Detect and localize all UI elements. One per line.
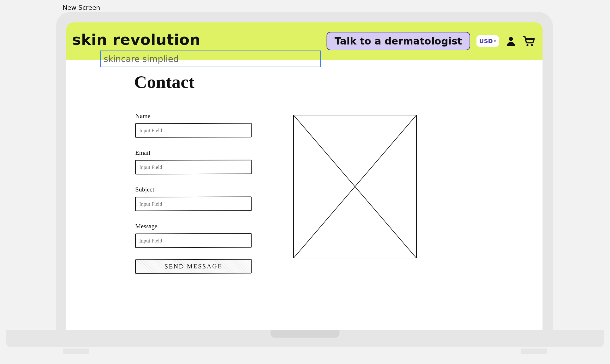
name-label: Name (135, 112, 259, 120)
subject-input[interactable] (135, 196, 252, 211)
cart-button[interactable] (523, 35, 536, 47)
talk-to-dermatologist-button[interactable]: Talk to a dermatologist (327, 32, 470, 50)
screen-label: New Screen (63, 4, 100, 11)
email-label: Email (135, 149, 259, 156)
send-message-button[interactable]: SEND MESSAGE (135, 259, 252, 274)
brand-logo-text: skin revolution (72, 32, 200, 47)
person-icon (505, 35, 517, 47)
laptop-foot-left (63, 348, 89, 354)
email-input[interactable] (135, 160, 252, 174)
svg-point-3 (531, 44, 533, 46)
name-input[interactable] (135, 123, 252, 138)
currency-selector[interactable]: USD ▾ (476, 35, 499, 47)
site-header: skin revolution Talk to a dermatologist … (66, 22, 543, 60)
subject-label: Subject (135, 186, 259, 193)
chevron-down-icon: ▾ (494, 39, 496, 43)
laptop-foot-right (521, 348, 547, 354)
svg-rect-1 (526, 38, 534, 40)
laptop-frame: skin revolution Talk to a dermatologist … (56, 12, 553, 330)
contact-form: Contact Name Email Subject Messa (135, 72, 259, 274)
svg-point-0 (509, 37, 513, 41)
laptop-screen: skin revolution Talk to a dermatologist … (66, 22, 543, 330)
image-placeholder (293, 115, 417, 258)
currency-value: USD (479, 38, 493, 44)
message-input[interactable] (135, 233, 252, 248)
page-title: Contact (134, 72, 259, 92)
account-button[interactable] (505, 35, 517, 47)
image-column (293, 115, 417, 274)
svg-point-2 (526, 44, 528, 46)
message-label: Message (135, 222, 259, 230)
laptop-notch (271, 330, 339, 338)
cart-icon (523, 35, 536, 47)
placeholder-x-icon (294, 115, 416, 258)
main-content: Contact Name Email Subject Messa (66, 60, 543, 274)
